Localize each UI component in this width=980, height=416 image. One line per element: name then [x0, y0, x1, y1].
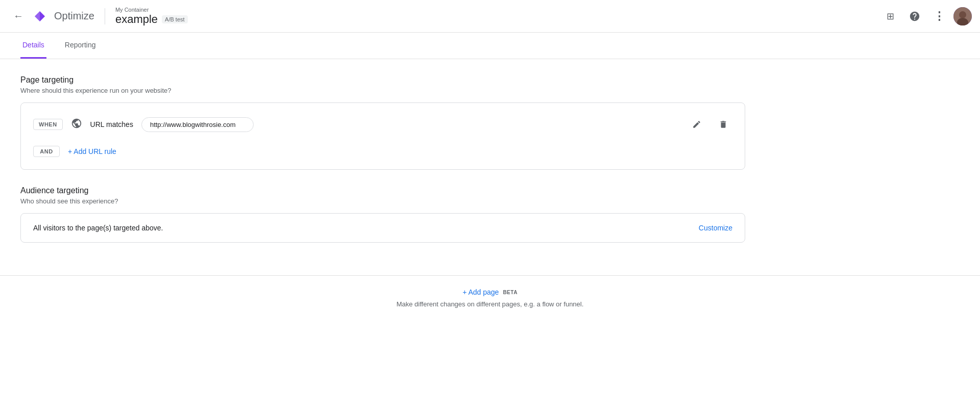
beta-badge: BETA — [503, 290, 517, 295]
page-targeting-title: Page targeting — [20, 75, 745, 85]
app-header: ← Optimize My Container example A/B test… — [0, 0, 980, 33]
add-url-rule-button[interactable]: + Add URL rule — [68, 147, 116, 155]
grid-button[interactable]: ⊞ — [880, 6, 900, 27]
globe-icon — [71, 118, 82, 132]
and-badge: AND — [33, 146, 60, 157]
edit-rule-button[interactable] — [688, 115, 706, 134]
experiment-name: example — [115, 13, 158, 26]
header-actions: ⊞ ⋮ — [880, 6, 972, 27]
audience-description: All visitors to the page(s) targeted abo… — [33, 224, 163, 232]
container-label: My Container — [115, 7, 188, 13]
optimize-logo-icon — [31, 7, 49, 25]
audience-targeting-section: Audience targeting Who should see this e… — [20, 186, 745, 243]
more-button[interactable]: ⋮ — [929, 6, 949, 27]
delete-icon — [719, 120, 728, 129]
grid-icon: ⊞ — [887, 11, 894, 22]
avatar-image — [953, 7, 972, 25]
and-rule-row: AND + Add URL rule — [33, 146, 732, 157]
url-rule-row: WHEN URL matches http://www.blogwithrosi… — [33, 115, 732, 134]
audience-targeting-card: All visitors to the page(s) targeted abo… — [20, 213, 745, 243]
header-divider — [105, 8, 105, 24]
bottom-section: + Add page BETA Make different changes o… — [0, 275, 980, 316]
help-button[interactable] — [904, 6, 925, 27]
tab-reporting[interactable]: Reporting — [63, 33, 98, 59]
back-button[interactable]: ← — [8, 6, 29, 27]
edit-icon — [692, 120, 701, 129]
experiment-name-row: example A/B test — [115, 13, 188, 26]
experiment-type-badge: A/B test — [162, 15, 188, 23]
logo-area: Optimize — [31, 7, 94, 25]
delete-rule-button[interactable] — [714, 115, 732, 134]
user-avatar[interactable] — [953, 7, 972, 25]
svg-point-1 — [959, 11, 966, 18]
tab-bar: Details Reporting — [0, 33, 980, 59]
audience-targeting-title: Audience targeting — [20, 186, 745, 195]
help-icon — [909, 11, 920, 22]
audience-targeting-subtitle: Who should see this experience? — [20, 197, 745, 205]
page-targeting-section: Page targeting Where should this experie… — [20, 75, 745, 170]
main-content: Page targeting Where should this experie… — [0, 59, 766, 275]
tab-details[interactable]: Details — [20, 33, 46, 59]
url-matches-label: URL matches — [90, 120, 133, 128]
add-page-button[interactable]: + Add page — [462, 288, 499, 296]
page-targeting-subtitle: Where should this experience run on your… — [20, 87, 745, 94]
url-value-display: http://www.blogwithrosie.com — [141, 117, 254, 132]
experiment-info: My Container example A/B test — [115, 7, 188, 26]
more-icon: ⋮ — [934, 10, 945, 23]
when-badge: WHEN — [33, 119, 63, 130]
page-targeting-card: WHEN URL matches http://www.blogwithrosi… — [20, 102, 745, 170]
customize-button[interactable]: Customize — [699, 224, 732, 232]
bottom-description: Make different changes on different page… — [20, 300, 960, 308]
logo-text: Optimize — [54, 10, 94, 22]
